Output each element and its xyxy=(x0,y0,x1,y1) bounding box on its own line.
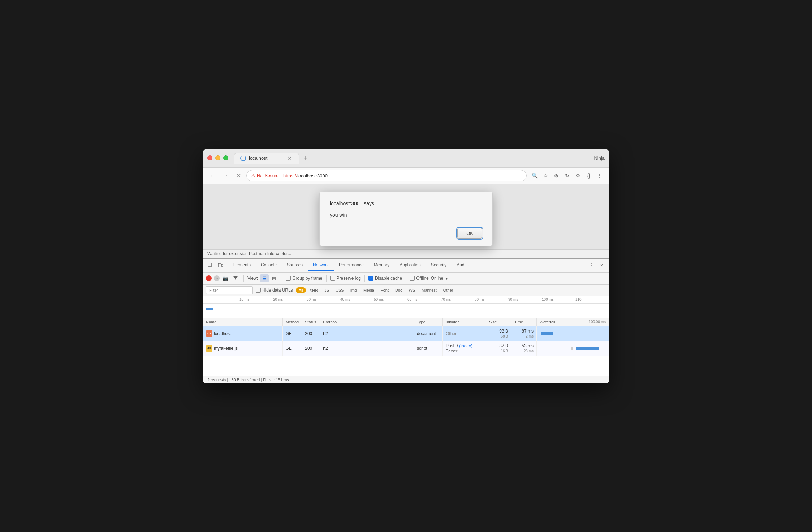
row-size-localhost: 93 B58 B xyxy=(486,326,511,341)
tab-console[interactable]: Console xyxy=(256,259,282,271)
preserve-log-label[interactable]: Preserve log xyxy=(330,276,361,281)
alert-overlay: localhost:3000 says: you win OK xyxy=(203,184,609,249)
filter-input[interactable] xyxy=(206,286,253,294)
close-button[interactable] xyxy=(207,155,212,160)
offline-label[interactable]: Offline xyxy=(410,276,428,281)
header-type[interactable]: Type xyxy=(414,318,443,326)
url-bar[interactable]: ⚠ Not Secure https://localhost:3000 xyxy=(246,170,527,181)
extensions-icon[interactable]: ⚙ xyxy=(573,171,583,181)
disable-cache-label[interactable]: ✓ Disable cache xyxy=(368,276,402,281)
header-time[interactable]: Time xyxy=(511,318,537,326)
filter-all[interactable]: All xyxy=(296,287,306,293)
filter-xhr[interactable]: XHR xyxy=(307,287,321,293)
row-type-myfakefile: script xyxy=(414,341,443,356)
url-host: localhost:3000 xyxy=(297,173,328,179)
tab-application[interactable]: Application xyxy=(394,259,426,271)
tab-sources[interactable]: Sources xyxy=(282,259,308,271)
tab-close-button[interactable]: ✕ xyxy=(286,155,293,162)
timeline: 10 ms 20 ms 30 ms 40 ms 50 ms 60 ms 70 m… xyxy=(203,296,609,318)
not-secure-indicator: ⚠ Not Secure xyxy=(251,173,281,179)
filter-js[interactable]: JS xyxy=(321,287,332,293)
record-button[interactable] xyxy=(206,275,212,281)
minimize-button[interactable] xyxy=(215,155,220,160)
more-tools-icon[interactable]: ⋮ xyxy=(587,261,596,270)
timeline-mark-20: 20 ms xyxy=(273,296,307,303)
url-text: https://localhost:3000 xyxy=(283,173,328,179)
row-initiator-localhost: Other xyxy=(443,326,486,341)
inspect-element-icon[interactable] xyxy=(206,261,215,270)
header-protocol[interactable]: Protocol xyxy=(320,318,341,326)
footer-text: 2 requests | 130 B transferred | Finish:… xyxy=(207,378,289,382)
filter-font[interactable]: Font xyxy=(378,287,392,293)
header-status[interactable]: Status xyxy=(302,318,320,326)
preserve-log-checkbox[interactable] xyxy=(330,276,335,281)
screenshot-icon[interactable]: 📷 xyxy=(222,275,229,281)
group-by-frame-checkbox[interactable] xyxy=(286,276,291,281)
filter-media[interactable]: Media xyxy=(360,287,377,293)
reload-button[interactable]: ✕ xyxy=(233,171,243,181)
header-initiator[interactable]: Initiator xyxy=(443,318,486,326)
filter-css[interactable]: CSS xyxy=(333,287,347,293)
row-status-myfakefile: 200 xyxy=(302,341,320,356)
filter-manifest[interactable]: Manifest xyxy=(419,287,440,293)
tab-memory[interactable]: Memory xyxy=(369,259,394,271)
row-name-myfakefile: JS myfakefile.js xyxy=(203,341,282,356)
timeline-mark-90: 90 ms xyxy=(508,296,542,303)
header-name[interactable]: Name xyxy=(203,318,282,326)
traffic-lights xyxy=(207,155,228,160)
maximize-button[interactable] xyxy=(223,155,228,160)
filter-icon[interactable] xyxy=(231,274,240,283)
devtools-panel: Elements Console Sources Network Perform… xyxy=(203,258,609,383)
row-time-myfakefile: 53 ms28 ms xyxy=(511,341,537,356)
hide-data-urls-checkbox[interactable] xyxy=(256,288,261,293)
address-bar: ← → ✕ ⚠ Not Secure https://localhost:300… xyxy=(203,168,609,184)
bookmark-icon[interactable]: ☆ xyxy=(540,171,550,181)
status-bar: Waiting for extension Postman Intercepto… xyxy=(203,249,609,258)
tab-performance[interactable]: Performance xyxy=(334,259,369,271)
initiator-link[interactable]: (index) xyxy=(459,343,472,348)
header-waterfall[interactable]: Waterfall 100.00 ms xyxy=(537,318,609,326)
ok-button[interactable]: OK xyxy=(457,228,482,239)
hide-data-urls-label[interactable]: Hide data URLs xyxy=(256,288,293,293)
header-type-col[interactable] xyxy=(341,318,414,326)
tab-elements[interactable]: Elements xyxy=(228,259,256,271)
tab-security[interactable]: Security xyxy=(426,259,452,271)
refresh-icon[interactable]: ↻ xyxy=(562,171,572,181)
filter-img[interactable]: Img xyxy=(347,287,360,293)
online-select[interactable]: Online ▼ xyxy=(431,276,449,281)
new-tab-button[interactable]: + xyxy=(301,154,311,164)
table-header-row: Name Method Status Protocol Type Initiat… xyxy=(203,318,609,326)
not-secure-text: Not Secure xyxy=(257,173,278,178)
active-tab[interactable]: localhost ✕ xyxy=(234,153,299,164)
cast-icon[interactable]: ⊗ xyxy=(551,171,561,181)
offline-checkbox[interactable] xyxy=(410,276,415,281)
search-icon[interactable]: 🔍 xyxy=(530,171,540,181)
row-name-text: localhost xyxy=(214,331,231,336)
row-status-localhost: 200 xyxy=(302,326,320,341)
disable-cache-checkbox[interactable]: ✓ xyxy=(368,276,373,281)
tab-network[interactable]: Network xyxy=(308,259,334,271)
timeline-mark-30: 30 ms xyxy=(307,296,340,303)
forward-button[interactable]: → xyxy=(220,171,230,181)
svg-rect-0 xyxy=(208,263,212,266)
header-method[interactable]: Method xyxy=(282,318,302,326)
devtools-icon[interactable]: {} xyxy=(584,171,594,181)
tab-audits[interactable]: Audits xyxy=(452,259,474,271)
menu-icon[interactable]: ⋮ xyxy=(595,171,605,181)
resource-icon-js: JS xyxy=(206,345,212,352)
filter-doc[interactable]: Doc xyxy=(392,287,405,293)
header-size[interactable]: Size xyxy=(486,318,511,326)
back-button[interactable]: ← xyxy=(207,171,217,181)
close-devtools-icon[interactable]: ✕ xyxy=(597,261,606,270)
online-text: Online xyxy=(431,276,444,281)
timeline-mark-60: 60 ms xyxy=(407,296,441,303)
filter-other[interactable]: Other xyxy=(440,287,456,293)
list-view-icon[interactable]: ☰ xyxy=(260,274,269,282)
grid-view-icon[interactable]: ⊞ xyxy=(269,274,278,282)
stop-button[interactable]: ⊘ xyxy=(214,275,220,281)
filter-ws[interactable]: WS xyxy=(406,287,418,293)
device-toggle-icon[interactable] xyxy=(216,261,225,270)
table-row[interactable]: <> localhost GET 200 h2 document Other xyxy=(203,326,609,341)
group-by-frame-label[interactable]: Group by frame xyxy=(286,276,322,281)
table-row[interactable]: JS myfakefile.js GET 200 h2 script Push … xyxy=(203,341,609,356)
